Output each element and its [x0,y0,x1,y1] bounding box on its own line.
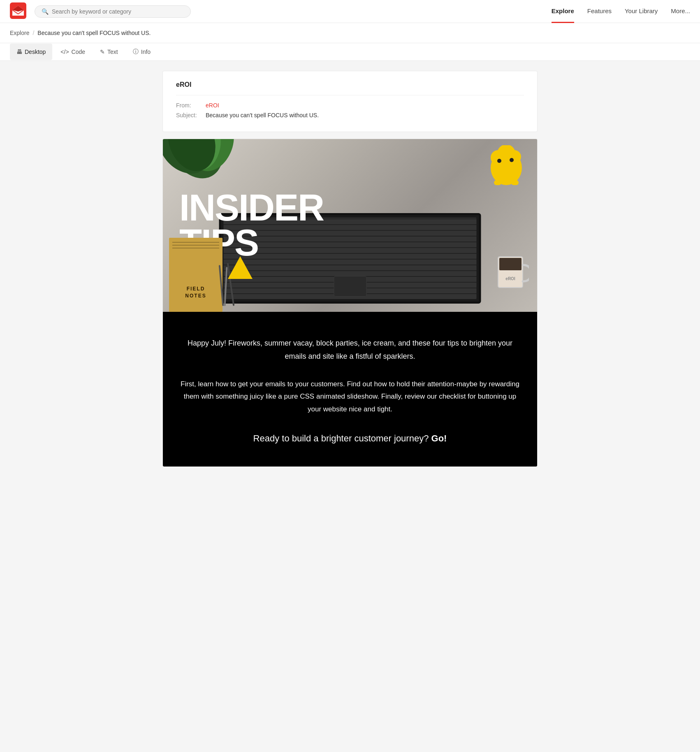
svg-point-14 [497,159,501,163]
subject-value: Because you can't spell FOCUS without US… [206,112,319,118]
yellow-toy-svg [488,145,525,186]
from-value-link[interactable]: eROI [206,102,219,109]
coffee-mug: eROI [496,251,529,291]
text-icon: ✎ [100,49,105,55]
subject-label: Subject: [176,112,201,118]
email-subject-row: Subject: Because you can't spell FOCUS w… [176,112,524,118]
breadcrumb-separator: / [32,30,34,36]
desktop-icon: 🖶 [16,49,22,55]
svg-rect-20 [499,258,522,270]
nav-item-features[interactable]: Features [587,0,612,23]
from-label: From: [176,102,201,109]
tab-desktop[interactable]: 🖶 Desktop [10,44,52,60]
tab-bar: 🖶 Desktop </> Code ✎ Text ⓘ Info [0,43,700,61]
laptop [219,213,481,304]
desk-photo: FIELDNOTES [163,139,537,312]
code-icon: </> [60,49,69,55]
breadcrumb-explore[interactable]: Explore [10,30,29,36]
tab-text[interactable]: ✎ Text [93,44,125,60]
email-hero: FIELDNOTES [163,139,537,467]
email-black-section: Happy July! Fireworks, summer vacay, blo… [163,312,537,467]
plant-svg [163,139,245,205]
main-nav: Explore Features Your Library More... [552,0,690,23]
email-from-row: From: eROI [176,102,524,109]
search-icon: 🔍 [42,8,49,15]
info-icon: ⓘ [133,48,139,56]
notebook-label: FIELDNOTES [169,285,223,299]
black-section-text1: Happy July! Fireworks, summer vacay, blo… [179,337,521,363]
nav-item-your-library[interactable]: Your Library [625,0,658,23]
logo[interactable] [10,2,26,21]
tab-desktop-label: Desktop [25,49,46,55]
search-bar[interactable]: 🔍 [35,5,191,18]
yellow-toy [488,145,525,188]
plant-decoration [163,139,245,205]
breadcrumb: Explore / Because you can't spell FOCUS … [0,23,700,43]
email-sender-name: eROI [176,81,524,95]
nav-item-explore[interactable]: Explore [552,0,574,23]
breadcrumb-current: Because you can't spell FOCUS without US… [37,30,151,36]
black-section-cta: Ready to build a brighter customer journ… [179,431,521,446]
svg-point-15 [510,158,514,162]
tab-info[interactable]: ⓘ Info [126,43,157,60]
svg-rect-16 [494,180,501,185]
notebook: FIELDNOTES [169,238,223,312]
black-section-text2: First, learn how to get your emails to y… [179,378,521,416]
tab-info-label: Info [141,49,151,55]
tab-text-label: Text [107,49,118,55]
tab-code[interactable]: </> Code [54,44,92,60]
main-content: eROI From: eROI Subject: Because you can… [153,61,547,477]
svg-rect-17 [511,180,519,185]
header: 🔍 Explore Features Your Library More... [0,0,700,23]
search-input[interactable] [52,8,184,15]
coffee-mug-svg: eROI [496,251,529,290]
email-meta-card: eROI From: eROI Subject: Because you can… [162,71,538,132]
tab-code-label: Code [72,49,85,55]
svg-text:eROI: eROI [505,276,515,281]
yellow-triangle [228,256,253,279]
nav-item-more[interactable]: More... [671,0,690,23]
email-preview-card: FIELDNOTES [162,139,538,467]
